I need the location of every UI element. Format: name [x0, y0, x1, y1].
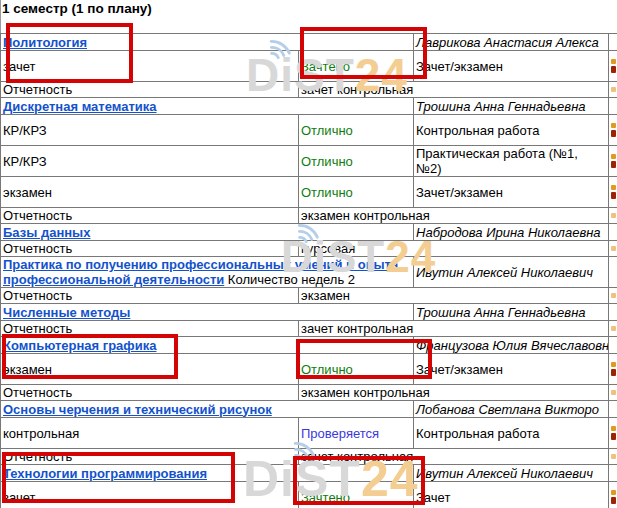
- subject-link[interactable]: Численные методы: [3, 305, 130, 320]
- date-marks-cell: [609, 34, 617, 51]
- date-marks-cell: [609, 482, 617, 508]
- mark-fragment: [611, 497, 616, 504]
- date-marks-cell: [609, 224, 617, 241]
- mark-fragment: [611, 161, 616, 168]
- grade-row: зачетЗачтеноЗачет: [1, 482, 617, 508]
- report-row: Отчетностьзачет контрольная: [1, 82, 617, 98]
- report-label-cell: Отчетность: [1, 288, 299, 304]
- grade-value-cell: Зачтено: [299, 482, 414, 508]
- report-value-cell: экзамен контрольная: [299, 385, 609, 401]
- mark-fragment: [611, 490, 616, 495]
- date-marks-cell: [609, 337, 617, 354]
- grade-value-cell: Зачтено: [299, 51, 414, 82]
- subject-cell: Базы данных: [1, 224, 414, 241]
- report-row: Отчетностьэкзамен контрольная: [1, 385, 617, 401]
- control-type-cell: Зачет/экзамен: [414, 177, 609, 208]
- date-marks-cell: [609, 51, 617, 82]
- subject-cell: Технологии программирования: [1, 465, 414, 482]
- mark-fragment: [611, 213, 616, 218]
- subject-row: Численные методыТрошина Анна Геннадьевна: [1, 304, 617, 321]
- report-row: Отчетностьэкзамен: [1, 288, 617, 304]
- report-label-cell: Отчетность: [1, 449, 299, 465]
- teacher-cell: Ивутин Алексей Николаевич: [414, 465, 609, 482]
- date-marks-cell: [609, 146, 617, 177]
- grade-form-cell: зачет: [1, 51, 299, 82]
- report-label-cell: Отчетность: [1, 241, 299, 257]
- date-marks-cell: [609, 177, 617, 208]
- mark-fragment: [611, 433, 616, 440]
- date-marks-cell: [609, 385, 617, 401]
- grade-form-cell: КР/КРЗ: [1, 115, 299, 146]
- subject-link[interactable]: Основы черчения и технический рисунок: [3, 402, 272, 417]
- report-label-cell: Отчетность: [1, 208, 299, 224]
- report-row: Отчетностьзачет контрольная: [1, 321, 617, 337]
- report-value-cell: экзамен контрольная: [299, 208, 609, 224]
- grade-form-cell: КР/КРЗ: [1, 146, 299, 177]
- date-marks-cell: [609, 321, 617, 337]
- subject-row: Основы черчения и технический рисунокЛоб…: [1, 401, 617, 418]
- report-label-cell: Отчетность: [1, 385, 299, 401]
- grade-form-cell: экзамен: [1, 177, 299, 208]
- control-type-cell: Контрольная работа: [414, 418, 609, 449]
- date-marks-cell: [609, 354, 617, 385]
- mark-fragment: [611, 192, 616, 199]
- subject-link[interactable]: Технологии программирования: [3, 466, 207, 481]
- control-type-cell: Зачет: [414, 482, 609, 508]
- grade-value-cell: Отлично: [299, 146, 414, 177]
- subject-row: ПолитологияЛаврикова Анастасия Алекса: [1, 34, 617, 51]
- mark-fragment: [611, 123, 616, 128]
- date-marks-cell: [609, 418, 617, 449]
- grade-form-cell: контрольная: [1, 418, 299, 449]
- grades-table: ПолитологияЛаврикова Анастасия Алексазач…: [0, 33, 617, 508]
- subject-link[interactable]: Базы данных: [3, 225, 90, 240]
- mark-fragment: [611, 87, 616, 92]
- teacher-cell: Ивутин Алексей Николаевич: [414, 257, 609, 288]
- report-label-cell: Отчетность: [1, 82, 299, 98]
- teacher-cell: Лобанова Светлана Викторо: [414, 401, 609, 418]
- grade-value-cell: Отлично: [299, 177, 414, 208]
- grades-table-body: ПолитологияЛаврикова Анастасия Алексазач…: [1, 34, 617, 508]
- subject-row: Дискретная математикаТрошина Анна Геннад…: [1, 98, 617, 115]
- teacher-cell: Трошина Анна Геннадьевна: [414, 98, 609, 115]
- subject-link[interactable]: Дискретная математика: [3, 99, 157, 114]
- teacher-cell: Набродова Ирина Николаевна: [414, 224, 609, 241]
- subject-cell: Практика по получению профессиональных у…: [1, 257, 414, 288]
- grade-form-cell: экзамен: [1, 354, 299, 385]
- subject-cell: Компьютерная графика: [1, 337, 414, 354]
- report-row: Отчетностьэкзамен контрольная: [1, 208, 617, 224]
- date-marks-cell: [609, 257, 617, 288]
- mark-fragment: [611, 154, 616, 159]
- subject-cell: Численные методы: [1, 304, 414, 321]
- date-marks-cell: [609, 304, 617, 321]
- subject-row: Компьютерная графикаФранцузова Юлия Вяче…: [1, 337, 617, 354]
- subject-link[interactable]: Компьютерная графика: [3, 338, 156, 353]
- date-marks-cell: [609, 208, 617, 224]
- subject-link[interactable]: Политология: [3, 35, 87, 50]
- mark-fragment: [611, 390, 616, 395]
- subject-row: Технологии программированияИвутин Алексе…: [1, 465, 617, 482]
- subject-extra-label: Количество недель 2: [224, 272, 355, 287]
- grade-row: КР/КРЗОтличноПрактическая работа (№1, №2…: [1, 146, 617, 177]
- mark-fragment: [611, 130, 616, 137]
- report-value-cell: курсовая: [299, 241, 609, 257]
- mark-fragment: [611, 246, 616, 251]
- date-marks-cell: [609, 82, 617, 98]
- semester-title: 1 семестр (1 по плану): [2, 1, 152, 16]
- teacher-cell: Французова Юлия Вячеславовн: [414, 337, 609, 354]
- subject-row: Базы данныхНабродова Ирина Николаевна: [1, 224, 617, 241]
- subject-row: Практика по получению профессиональных у…: [1, 257, 617, 288]
- subject-cell: Политология: [1, 34, 414, 51]
- mark-fragment: [611, 59, 616, 64]
- subject-cell: Дискретная математика: [1, 98, 414, 115]
- mark-fragment: [611, 454, 616, 459]
- date-marks-cell: [609, 115, 617, 146]
- grade-value-cell: Проверяется: [299, 418, 414, 449]
- date-marks-cell: [609, 465, 617, 482]
- mark-fragment: [611, 293, 616, 298]
- control-type-cell: Практическая работа (№1, №2): [414, 146, 609, 177]
- grade-value-cell: Отлично: [299, 354, 414, 385]
- mark-fragment: [611, 369, 616, 376]
- report-row: Отчетностькурсовая: [1, 241, 617, 257]
- report-value-cell: зачет контрольная: [299, 449, 609, 465]
- report-value-cell: зачет контрольная: [299, 82, 609, 98]
